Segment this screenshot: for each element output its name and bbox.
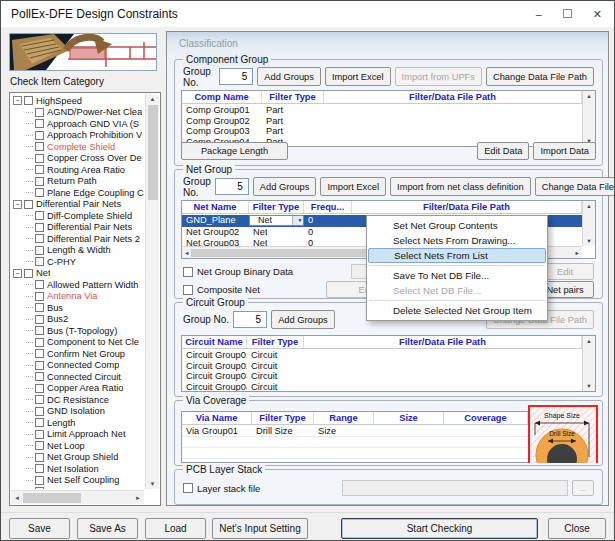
table-vertical-scrollbar[interactable]: ▲ ▼ [582, 336, 595, 391]
close-button[interactable]: ✕ [593, 9, 602, 20]
scroll-right-icon[interactable]: ► [135, 495, 141, 501]
tree-item[interactable]: − Bus (T-Topology) [12, 325, 144, 337]
add-groups-button[interactable]: Add Groups [271, 310, 335, 329]
table-row[interactable]: Comp Group02 Part [182, 116, 582, 127]
start-checking-button[interactable]: Start Checking [341, 518, 538, 539]
context-menu-item[interactable] [367, 298, 547, 303]
scroll-right-icon[interactable]: ► [575, 250, 580, 256]
column-header[interactable]: Filter/Data File Path [304, 336, 582, 348]
context-menu-item[interactable]: Select Nets From List [368, 248, 546, 263]
tree-expander-icon[interactable]: − [13, 200, 22, 209]
tree-checkbox[interactable] [35, 257, 44, 266]
composite-net-checkbox[interactable] [183, 285, 193, 295]
context-menu-item[interactable] [367, 263, 547, 268]
context-menu-item[interactable]: Set Net Group Contents [367, 218, 547, 233]
table-row[interactable]: Circuit Group02 Circuit [182, 361, 582, 372]
tree-checkbox[interactable] [35, 430, 44, 439]
tree-checkbox[interactable] [35, 119, 44, 128]
table-row[interactable]: Via Group01 Drill Size Size [182, 426, 528, 437]
column-header[interactable]: Comp Name [182, 91, 262, 103]
scroll-down-icon[interactable]: ▼ [586, 383, 591, 389]
scroll-left-icon[interactable]: ◄ [14, 495, 20, 501]
tree-checkbox[interactable] [35, 315, 44, 324]
table-vertical-scrollbar[interactable]: ▲ ▼ [582, 201, 595, 246]
component-group-no-input[interactable] [219, 68, 253, 85]
tree-vertical-scrollbar[interactable]: ▲ ▼ [145, 94, 159, 489]
context-menu-item[interactable]: Delete Selected Net Group Item [367, 303, 547, 318]
scroll-up-icon[interactable]: ▲ [586, 93, 591, 99]
net-group-binary-checkbox[interactable] [183, 267, 193, 277]
tree-checkbox[interactable] [35, 407, 44, 416]
maximize-button[interactable] [563, 9, 572, 20]
column-header[interactable]: Filter Type [249, 201, 304, 213]
tree-checkbox[interactable] [35, 464, 44, 473]
close-dialog-button[interactable]: Close [548, 518, 606, 539]
column-header[interactable]: Filter/Data File Path [324, 91, 582, 103]
tree-item[interactable]: − Plane Edge Coupling C [12, 187, 144, 199]
context-menu-item[interactable]: Select Nets From Drawing... [367, 233, 547, 248]
tree-checkbox[interactable] [35, 303, 44, 312]
tree-item[interactable]: − Length [12, 417, 144, 429]
tree-item[interactable]: − Component to Net Cle [12, 337, 144, 349]
minimize-button[interactable]: – [536, 9, 542, 20]
tree-checkbox[interactable] [35, 154, 44, 163]
import-excel-button[interactable]: Import Excel [325, 67, 391, 86]
tree-item[interactable]: − Antenna Via [12, 291, 144, 303]
change-data-file-path-button[interactable]: Change Data File Path [486, 67, 594, 86]
tree-checkbox[interactable] [35, 188, 44, 197]
tree-item[interactable]: − Differential Pair Nets 2 [12, 233, 144, 245]
tree-item[interactable]: − Connected Comp [12, 360, 144, 372]
add-groups-button[interactable]: Add Groups [253, 177, 317, 196]
filter-type-combobox[interactable]: Net ▼ [249, 215, 304, 226]
column-header[interactable]: Filter Type [262, 91, 324, 103]
package-length-button[interactable]: Package Length [181, 142, 288, 160]
tree-item[interactable]: − HighSpeed [12, 95, 144, 107]
import-data-button[interactable]: Import Data [533, 142, 596, 160]
tree-item[interactable]: − Net Loop [12, 440, 144, 452]
tree-item[interactable]: − DC Resistance [12, 394, 144, 406]
scroll-down-icon[interactable]: ▼ [150, 481, 156, 487]
column-header[interactable]: Via Name [182, 412, 252, 424]
context-menu-item[interactable]: Save To Net DB File... [367, 268, 547, 283]
save-as-button[interactable]: Save As [77, 518, 138, 539]
context-menu-item[interactable]: Select Net DB File... [367, 283, 547, 298]
column-header[interactable]: Coverage [444, 412, 528, 424]
tree-checkbox[interactable] [35, 372, 44, 381]
tree-item[interactable]: − C-PHY [12, 256, 144, 268]
tree-item[interactable]: − Routing Area Ratio [12, 164, 144, 176]
tree-item[interactable]: − Complete Shield [12, 141, 144, 153]
net-group-no-input[interactable] [215, 178, 249, 195]
table-row[interactable]: Comp Group01 Part [182, 105, 582, 116]
tree-item[interactable]: − Length & Width [12, 245, 144, 257]
tree-checkbox[interactable] [35, 441, 44, 450]
tree-checkbox[interactable] [35, 142, 44, 151]
column-header[interactable]: Frequ... [304, 201, 352, 213]
tree-item[interactable]: − Net Isolation [12, 463, 144, 475]
tree-checkbox[interactable] [35, 326, 44, 335]
dropdown-icon[interactable]: ▼ [292, 216, 303, 225]
tree-checkbox[interactable] [35, 211, 44, 220]
tree-item[interactable]: − Differential Pair Nets [12, 199, 144, 211]
scroll-up-icon[interactable]: ▲ [150, 96, 156, 102]
table-row[interactable]: Comp Group03 Part [182, 126, 582, 137]
tree-item[interactable]: − AGND/Power-Net Clea [12, 107, 144, 119]
tree-checkbox[interactable] [35, 476, 44, 485]
change-data-file-path-button[interactable]: Change Data File Path [535, 177, 615, 196]
tree-item[interactable]: − GND Isolation [12, 406, 144, 418]
tree-checkbox[interactable] [35, 395, 44, 404]
tree-checkbox[interactable] [35, 165, 44, 174]
column-header[interactable]: Circuit Name [182, 336, 247, 348]
tree-checkbox[interactable] [35, 246, 44, 255]
nets-input-setting-button[interactable]: Net's Input Setting [212, 518, 308, 539]
column-header[interactable]: Net Name [182, 201, 249, 213]
column-header[interactable]: Range [314, 412, 374, 424]
tree-item[interactable]: − Differential Pair Nets [12, 222, 144, 234]
tree-checkbox[interactable] [35, 280, 44, 289]
circuit-group-no-input[interactable] [233, 311, 267, 328]
table-vertical-scrollbar[interactable]: ▲ ▼ [582, 91, 595, 146]
tree-checkbox[interactable] [35, 487, 44, 489]
tree-item[interactable]: − Approach Prohibition V [12, 130, 144, 142]
tree-item[interactable]: − Confirm Net Group [12, 348, 144, 360]
import-excel-button[interactable]: Import Excel [320, 177, 386, 196]
column-header[interactable]: Filter Type [247, 336, 304, 348]
